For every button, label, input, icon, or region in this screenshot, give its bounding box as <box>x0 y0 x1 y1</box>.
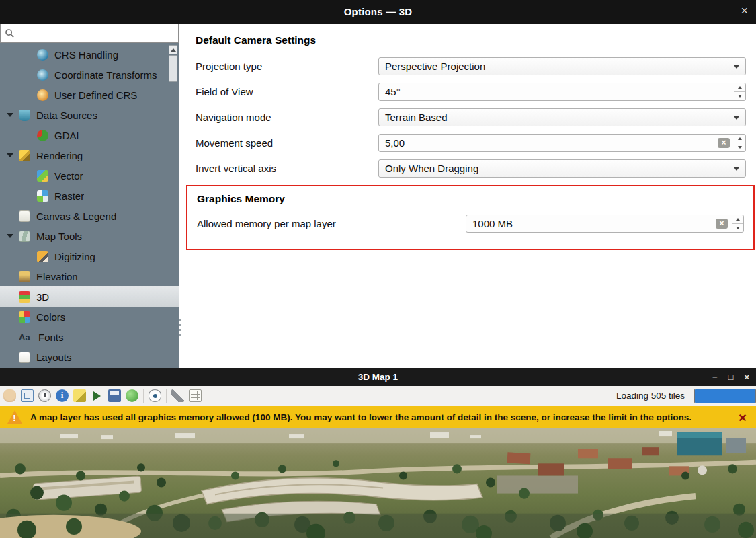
colors-icon <box>19 311 30 323</box>
expanded-arrow-icon[interactable] <box>7 113 13 117</box>
screen: Options — 3D × CRS Handling <box>0 0 756 538</box>
sidebar-item-label: User Defined CRS <box>54 89 137 101</box>
sidebar-item-coordinate-transforms[interactable]: Coordinate Transforms <box>0 65 179 85</box>
sidebar-item-map-tools[interactable]: Map Tools <box>0 226 179 246</box>
sidebar-item-label: 3D <box>36 291 49 303</box>
sidebar-item-gdal[interactable]: GDAL <box>0 125 179 145</box>
sidebar-item-fonts[interactable]: Aa Fonts <box>0 327 179 347</box>
sidebar-item-3d[interactable]: 3D <box>0 286 179 307</box>
scrollbar-thumb[interactable] <box>169 55 177 82</box>
sidebar-item-canvas-legend[interactable]: Canvas & Legend <box>0 206 179 226</box>
allowed-memory-input[interactable]: 1000 MB × <box>466 215 744 233</box>
sidebar-item-colors[interactable]: Colors <box>0 307 179 327</box>
configure-wrench-icon[interactable] <box>171 389 184 402</box>
camera-settings-title: Default Camera Settings <box>196 34 746 46</box>
warning-close-icon[interactable]: × <box>739 410 747 424</box>
close-icon[interactable]: × <box>744 373 749 381</box>
save-image-icon[interactable] <box>108 389 121 402</box>
spin-buttons <box>734 134 745 151</box>
selected-value: Only When Dragging <box>385 163 478 174</box>
spin-up-button[interactable] <box>734 83 745 91</box>
crs-handling-icon <box>37 49 48 61</box>
sidebar-item-data-sources[interactable]: Data Sources <box>0 105 179 125</box>
spin-up-button[interactable] <box>734 134 745 143</box>
settings-sidebar: CRS Handling Coordinate Transforms User … <box>0 24 179 368</box>
dialog-title: Options — 3D <box>344 6 413 17</box>
sidebar-item-user-defined-crs[interactable]: User Defined CRS <box>0 85 179 105</box>
search-box[interactable] <box>0 24 179 43</box>
sidebar-item-label: Canvas & Legend <box>36 210 116 222</box>
dialog-close-button[interactable]: × <box>741 5 748 17</box>
window-buttons: − □ × <box>712 368 749 386</box>
splitter-handle[interactable] <box>179 24 182 368</box>
sidebar-item-label: CRS Handling <box>54 49 118 61</box>
selected-value: Perspective Projection <box>385 61 485 72</box>
layouts-icon <box>19 352 30 363</box>
spin-value: 45° <box>385 86 734 98</box>
camera-pan-icon[interactable] <box>3 389 16 402</box>
effects-eye-icon[interactable] <box>149 389 161 402</box>
expanded-arrow-icon[interactable] <box>7 153 13 157</box>
settings-panel: Default Camera Settings Projection type … <box>182 24 756 368</box>
gdal-icon <box>37 130 48 141</box>
sidebar-item-rendering[interactable]: Rendering <box>0 145 179 165</box>
vector-icon <box>37 170 48 182</box>
warning-icon <box>7 410 24 424</box>
sidebar-item-raster[interactable]: Raster <box>0 186 179 206</box>
sidebar-item-layouts[interactable]: Layouts <box>0 347 179 367</box>
map-tools-icon <box>19 231 30 242</box>
spin-buttons <box>734 83 745 100</box>
dropdown-caret-icon <box>734 167 739 171</box>
projection-type-select[interactable]: Perspective Projection <box>378 57 746 75</box>
field-label: Field of View <box>196 86 378 98</box>
field-of-view-input[interactable]: 45° <box>378 83 746 101</box>
navigation-mode-row: Navigation mode Terrain Based <box>196 108 746 126</box>
field-label: Invert vertical axis <box>196 163 378 174</box>
3d-map-viewport[interactable] <box>0 428 756 538</box>
expanded-arrow-icon[interactable] <box>7 234 13 238</box>
minimize-icon[interactable]: − <box>712 373 718 381</box>
maximize-icon[interactable]: □ <box>728 373 734 381</box>
sidebar-item-label: Digitizing <box>54 251 95 262</box>
rendering-icon <box>19 150 30 161</box>
field-label: Projection type <box>196 61 378 72</box>
spin-down-button[interactable] <box>734 91 745 100</box>
play-animation-icon[interactable] <box>91 389 103 402</box>
sidebar-item-elevation[interactable]: Elevation <box>0 266 179 286</box>
sidebar-item-crs-handling[interactable]: CRS Handling <box>0 44 179 65</box>
dialog-titlebar[interactable]: Options — 3D × <box>0 0 756 24</box>
identify-icon[interactable] <box>56 389 69 402</box>
sidebar-item-vector[interactable]: Vector <box>0 165 179 186</box>
search-input[interactable] <box>18 24 175 42</box>
options-grid-icon[interactable] <box>189 389 202 402</box>
toolbar-separator <box>166 389 167 403</box>
map-window-title: 3D Map 1 <box>358 372 398 382</box>
movement-speed-input[interactable]: 5,00 × <box>378 134 746 152</box>
sidebar-item-digitizing[interactable]: Digitizing <box>0 246 179 266</box>
map-titlebar[interactable]: 3D Map 1 − □ × <box>0 368 756 386</box>
measure-line-icon[interactable] <box>73 389 86 402</box>
field-label: Movement speed <box>196 137 378 149</box>
clear-icon[interactable]: × <box>718 138 730 148</box>
spin-up-button[interactable] <box>732 215 743 223</box>
sidebar-item-label: GDAL <box>54 130 82 141</box>
map-toolbar: Loading 505 tiles <box>0 386 756 406</box>
zoom-full-icon[interactable] <box>21 389 34 402</box>
coordinate-transforms-icon <box>37 69 48 81</box>
spin-down-button[interactable] <box>732 223 743 232</box>
splitter-grip-icon <box>179 319 181 336</box>
tile-loading-progressbar <box>694 389 756 404</box>
invert-vertical-axis-select[interactable]: Only When Dragging <box>378 159 746 178</box>
digitizing-icon <box>37 251 48 262</box>
selected-value: Terrain Based <box>385 112 448 123</box>
export-3d-scene-icon[interactable] <box>126 389 138 402</box>
spin-down-button[interactable] <box>734 143 745 151</box>
sidebar-item-label: Elevation <box>36 271 78 282</box>
invert-vertical-axis-row: Invert vertical axis Only When Dragging <box>196 159 746 178</box>
clear-icon[interactable]: × <box>716 219 728 229</box>
raster-icon <box>37 190 48 202</box>
scroll-up-button[interactable] <box>169 45 177 54</box>
sidebar-scrollbar[interactable] <box>169 45 177 82</box>
navigation-mode-select[interactable]: Terrain Based <box>378 108 746 126</box>
animation-clock-icon[interactable] <box>38 389 51 402</box>
